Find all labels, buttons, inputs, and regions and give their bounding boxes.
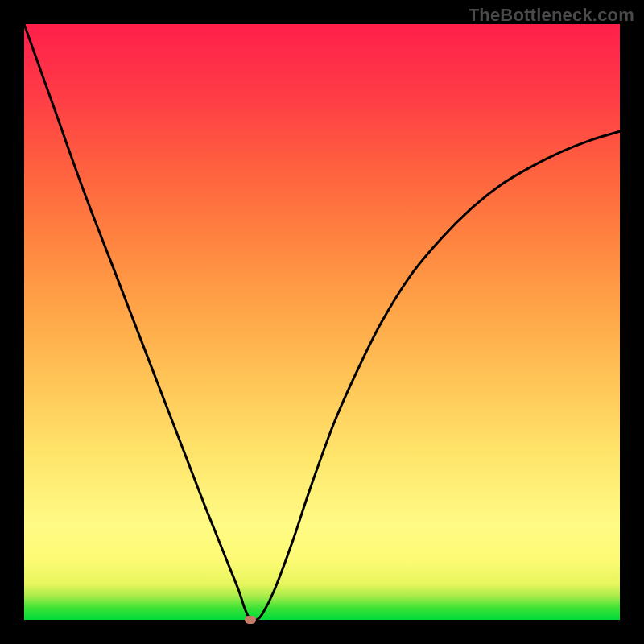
plot-area [24, 24, 620, 620]
watermark-text: TheBottleneck.com [469, 5, 634, 26]
bottleneck-curve [24, 24, 620, 620]
minimum-marker [245, 616, 256, 624]
chart-frame: TheBottleneck.com [0, 0, 644, 644]
